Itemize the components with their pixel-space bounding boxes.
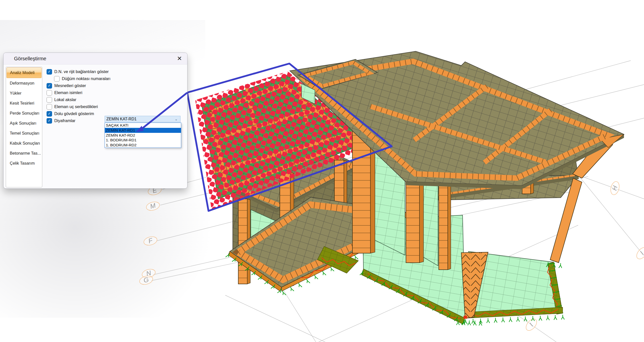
checkbox-icon[interactable]: ✓: [47, 111, 52, 117]
tab-perde-sonu-lar-[interactable]: Perde Sonuçları: [7, 108, 42, 118]
tab-a-k-sonu-lar-[interactable]: Aşık Sonuçları: [7, 118, 42, 128]
tab-temel-sonu-lar-[interactable]: Temel Sonuçları: [7, 128, 42, 138]
application-window: EMFNGHII Görselleştirme ✕ Analiz ModeliD…: [0, 0, 644, 342]
category-tab-list: Analiz ModeliDeformasyonYüklerKesit Tesi…: [6, 67, 42, 187]
tab-kabuk-sonu-lar-[interactable]: Kabuk Sonuçları: [7, 138, 42, 148]
checkbox-icon[interactable]: ✓: [47, 83, 52, 89]
checkbox-icon[interactable]: [47, 97, 52, 103]
checkbox-row[interactable]: ✓Mesnetleri göster: [47, 83, 110, 89]
checkbox-row[interactable]: ✓Dolu gövdeli gösterim: [47, 111, 110, 117]
checkbox-label: Eleman uç serbestlikleri: [54, 104, 98, 109]
checkbox-row[interactable]: Lokal akslar: [47, 97, 110, 103]
dialog-title: Görselleştirme: [14, 56, 46, 62]
checkbox-row[interactable]: Eleman isimleri: [47, 90, 110, 96]
checkbox-label: Lokal akslar: [54, 97, 76, 102]
dropdown-option[interactable]: SAÇAK KATI: [105, 123, 181, 128]
checkbox-label: Dolu gövdeli gösterim: [54, 111, 94, 116]
tab-y-kler[interactable]: Yükler: [7, 88, 42, 98]
diaphragm-select-value: ZEMİN KAT-RD1: [105, 117, 175, 121]
dropdown-option[interactable]: ZEMİN KAT-RD2: [105, 133, 181, 138]
axis-bubble: M: [145, 201, 160, 212]
tab-deformasyon[interactable]: Deformasyon: [7, 78, 42, 88]
checkbox-row[interactable]: ✓D.N. ve rijit bağlantıları göster: [47, 69, 110, 75]
checkbox-label: Mesnetleri göster: [54, 83, 86, 88]
visualization-dialog: Görselleştirme ✕ Analiz ModeliDeformasyo…: [3, 53, 187, 189]
dialog-titlebar[interactable]: Görselleştirme ✕: [4, 53, 187, 65]
axis-bubble: F: [143, 235, 158, 247]
checkbox-row[interactable]: Eleman uç serbestlikleri: [47, 104, 110, 110]
diaphragm-options-popup: SAÇAK KATIZEMİN KAT-RD1ZEMİN KAT-RD21. B…: [105, 123, 181, 148]
chevron-down-icon: ⌄: [175, 117, 180, 121]
tab-analiz-modeli[interactable]: Analiz Modeli: [7, 68, 42, 78]
axis-bubble: I: [634, 245, 644, 261]
checkbox-label: D.N. ve rijit bağlantıları göster: [54, 69, 109, 74]
checkbox-label: Eleman isimleri: [54, 90, 82, 95]
dropdown-option[interactable]: 1. BODRUM-RD1: [105, 138, 181, 143]
dropdown-option[interactable]: ZEMİN KAT-RD1: [105, 128, 181, 133]
diaphragm-select[interactable]: ZEMİN KAT-RD1 ⌄: [105, 116, 180, 122]
grid-axis-line: [225, 295, 385, 342]
grid-axis-line: [282, 287, 316, 342]
checkbox-icon[interactable]: [47, 104, 52, 110]
tab-betonarme-tas-[interactable]: Betonarme Tas...: [7, 148, 42, 158]
tab--elik-tasar-m[interactable]: Çelik Tasarım: [7, 158, 42, 168]
tab-kesit-tesirleri[interactable]: Kesit Tesirleri: [7, 98, 42, 108]
checkbox-icon[interactable]: [54, 76, 60, 82]
checkbox-row[interactable]: Düğüm noktası numaraları: [54, 76, 110, 82]
option-checkbox-list: ✓D.N. ve rijit bağlantıları gösterDüğüm …: [47, 69, 110, 124]
checkbox-icon[interactable]: ✓: [47, 69, 52, 75]
axis-bubble: H: [609, 181, 621, 196]
checkbox-label: Diyaframlar: [54, 118, 75, 123]
checkbox-icon[interactable]: ✓: [47, 118, 52, 124]
dropdown-option[interactable]: 1. BODRUM-RD2: [105, 143, 181, 148]
checkbox-label: Düğüm noktası numaraları: [62, 76, 110, 81]
close-icon[interactable]: ✕: [176, 55, 183, 62]
checkbox-row[interactable]: ✓Diyaframlar: [47, 118, 110, 124]
checkbox-icon[interactable]: [47, 90, 52, 96]
